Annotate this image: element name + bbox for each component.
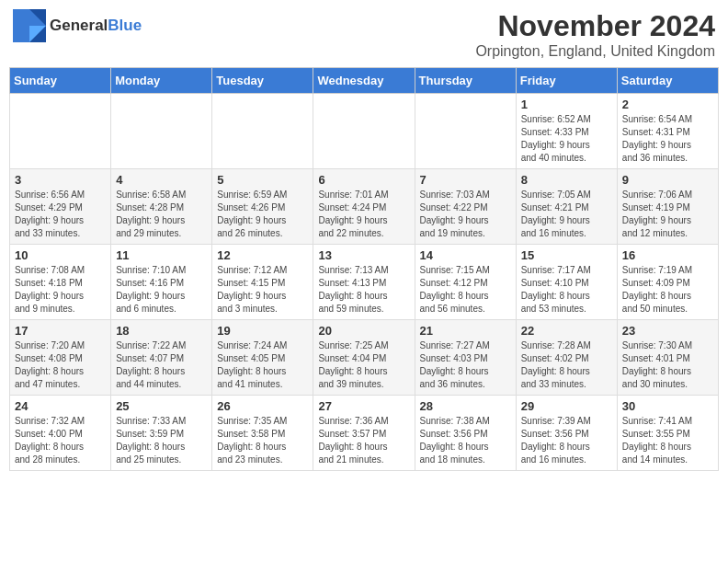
day-number: 3 (15, 173, 106, 187)
day-info: Sunrise: 7:41 AM Sunset: 3:55 PM Dayligh… (622, 415, 713, 466)
day-cell-29: 29Sunrise: 7:39 AM Sunset: 3:56 PM Dayli… (516, 396, 617, 471)
week-row-4: 17Sunrise: 7:20 AM Sunset: 4:08 PM Dayli… (10, 320, 719, 396)
day-number: 7 (420, 173, 511, 187)
day-number: 16 (622, 248, 713, 262)
day-cell-9: 9Sunrise: 7:06 AM Sunset: 4:19 PM Daylig… (617, 169, 718, 245)
day-cell-1: 1Sunrise: 6:52 AM Sunset: 4:33 PM Daylig… (516, 94, 617, 169)
day-info: Sunrise: 7:36 AM Sunset: 3:57 PM Dayligh… (318, 415, 409, 466)
day-cell-23: 23Sunrise: 7:30 AM Sunset: 4:01 PM Dayli… (617, 320, 718, 396)
day-info: Sunrise: 7:32 AM Sunset: 4:00 PM Dayligh… (15, 415, 106, 466)
day-info: Sunrise: 6:54 AM Sunset: 4:31 PM Dayligh… (622, 113, 713, 165)
day-info: Sunrise: 6:59 AM Sunset: 4:26 PM Dayligh… (217, 189, 308, 240)
day-cell-26: 26Sunrise: 7:35 AM Sunset: 3:58 PM Dayli… (212, 396, 313, 471)
day-cell-5: 5Sunrise: 6:59 AM Sunset: 4:26 PM Daylig… (212, 169, 313, 245)
day-cell-18: 18Sunrise: 7:22 AM Sunset: 4:07 PM Dayli… (111, 320, 212, 396)
day-info: Sunrise: 7:24 AM Sunset: 4:05 PM Dayligh… (217, 339, 308, 391)
weekday-header-sunday: Sunday (10, 68, 111, 94)
svg-rect-0 (13, 9, 29, 26)
weekday-header-monday: Monday (111, 68, 212, 94)
day-cell-25: 25Sunrise: 7:33 AM Sunset: 3:59 PM Dayli… (111, 396, 212, 471)
day-info: Sunrise: 6:52 AM Sunset: 4:33 PM Dayligh… (521, 113, 612, 165)
day-cell-6: 6Sunrise: 7:01 AM Sunset: 4:24 PM Daylig… (313, 169, 415, 245)
empty-cell (212, 94, 313, 169)
day-number: 4 (116, 173, 207, 187)
day-cell-4: 4Sunrise: 6:58 AM Sunset: 4:28 PM Daylig… (111, 169, 212, 245)
day-info: Sunrise: 7:05 AM Sunset: 4:21 PM Dayligh… (521, 189, 612, 240)
day-number: 25 (116, 399, 207, 413)
weekday-header-thursday: Thursday (415, 68, 516, 94)
weekday-header-wednesday: Wednesday (313, 68, 415, 94)
day-info: Sunrise: 7:39 AM Sunset: 3:56 PM Dayligh… (521, 415, 612, 466)
day-cell-11: 11Sunrise: 7:10 AM Sunset: 4:16 PM Dayli… (111, 245, 212, 320)
day-info: Sunrise: 7:22 AM Sunset: 4:07 PM Dayligh… (116, 339, 207, 391)
day-number: 11 (116, 248, 207, 262)
day-number: 2 (622, 98, 713, 111)
day-number: 19 (217, 324, 308, 338)
logo-general: General (50, 17, 108, 34)
calendar-table: SundayMondayTuesdayWednesdayThursdayFrid… (9, 67, 719, 471)
day-info: Sunrise: 7:35 AM Sunset: 3:58 PM Dayligh… (217, 415, 308, 466)
calendar-header: GeneralBlue November 2024 Orpington, Eng… (9, 9, 719, 60)
day-number: 30 (622, 399, 713, 413)
weekday-header-friday: Friday (516, 68, 617, 94)
day-cell-22: 22Sunrise: 7:28 AM Sunset: 4:02 PM Dayli… (516, 320, 617, 396)
day-info: Sunrise: 7:15 AM Sunset: 4:12 PM Dayligh… (420, 264, 511, 316)
weekday-header-saturday: Saturday (617, 68, 718, 94)
day-cell-12: 12Sunrise: 7:12 AM Sunset: 4:15 PM Dayli… (212, 245, 313, 320)
day-cell-10: 10Sunrise: 7:08 AM Sunset: 4:18 PM Dayli… (10, 245, 111, 320)
day-info: Sunrise: 6:56 AM Sunset: 4:29 PM Dayligh… (15, 189, 106, 240)
week-row-1: 1Sunrise: 6:52 AM Sunset: 4:33 PM Daylig… (10, 94, 719, 169)
day-number: 13 (318, 248, 409, 262)
title-area: November 2024 Orpington, England, United… (475, 9, 715, 60)
day-info: Sunrise: 7:25 AM Sunset: 4:04 PM Dayligh… (318, 339, 409, 391)
logo-blue: Blue (108, 17, 142, 34)
month-title: November 2024 (475, 9, 715, 43)
day-cell-2: 2Sunrise: 6:54 AM Sunset: 4:31 PM Daylig… (617, 94, 718, 169)
day-number: 14 (420, 248, 511, 262)
day-info: Sunrise: 7:08 AM Sunset: 4:18 PM Dayligh… (15, 264, 106, 316)
day-number: 29 (521, 399, 612, 413)
day-info: Sunrise: 7:30 AM Sunset: 4:01 PM Dayligh… (622, 339, 713, 391)
day-number: 15 (521, 248, 612, 262)
day-number: 26 (217, 399, 308, 413)
day-cell-14: 14Sunrise: 7:15 AM Sunset: 4:12 PM Dayli… (415, 245, 516, 320)
empty-cell (111, 94, 212, 169)
day-cell-19: 19Sunrise: 7:24 AM Sunset: 4:05 PM Dayli… (212, 320, 313, 396)
day-cell-24: 24Sunrise: 7:32 AM Sunset: 4:00 PM Dayli… (10, 396, 111, 471)
day-info: Sunrise: 7:12 AM Sunset: 4:15 PM Dayligh… (217, 264, 308, 316)
week-row-2: 3Sunrise: 6:56 AM Sunset: 4:29 PM Daylig… (10, 169, 719, 245)
day-number: 20 (318, 324, 409, 338)
day-number: 8 (521, 173, 612, 187)
day-info: Sunrise: 7:27 AM Sunset: 4:03 PM Dayligh… (420, 339, 511, 391)
day-number: 24 (15, 399, 106, 413)
day-info: Sunrise: 7:17 AM Sunset: 4:10 PM Dayligh… (521, 264, 612, 316)
day-info: Sunrise: 7:19 AM Sunset: 4:09 PM Dayligh… (622, 264, 713, 316)
week-row-5: 24Sunrise: 7:32 AM Sunset: 4:00 PM Dayli… (10, 396, 719, 471)
day-number: 22 (521, 324, 612, 338)
day-info: Sunrise: 7:38 AM Sunset: 3:56 PM Dayligh… (420, 415, 511, 466)
day-info: Sunrise: 7:06 AM Sunset: 4:19 PM Dayligh… (622, 189, 713, 240)
svg-rect-2 (13, 26, 29, 42)
day-info: Sunrise: 7:03 AM Sunset: 4:22 PM Dayligh… (420, 189, 511, 240)
day-cell-8: 8Sunrise: 7:05 AM Sunset: 4:21 PM Daylig… (516, 169, 617, 245)
day-info: Sunrise: 7:28 AM Sunset: 4:02 PM Dayligh… (521, 339, 612, 391)
day-info: Sunrise: 7:33 AM Sunset: 3:59 PM Dayligh… (116, 415, 207, 466)
day-number: 10 (15, 248, 106, 262)
day-info: Sunrise: 7:13 AM Sunset: 4:13 PM Dayligh… (318, 264, 409, 316)
day-cell-3: 3Sunrise: 6:56 AM Sunset: 4:29 PM Daylig… (10, 169, 111, 245)
day-info: Sunrise: 6:58 AM Sunset: 4:28 PM Dayligh… (116, 189, 207, 240)
location-title: Orpington, England, United Kingdom (475, 43, 715, 60)
day-info: Sunrise: 7:10 AM Sunset: 4:16 PM Dayligh… (116, 264, 207, 316)
day-cell-13: 13Sunrise: 7:13 AM Sunset: 4:13 PM Dayli… (313, 245, 415, 320)
empty-cell (313, 94, 415, 169)
day-cell-21: 21Sunrise: 7:27 AM Sunset: 4:03 PM Dayli… (415, 320, 516, 396)
day-info: Sunrise: 7:01 AM Sunset: 4:24 PM Dayligh… (318, 189, 409, 240)
weekday-header-row: SundayMondayTuesdayWednesdayThursdayFrid… (10, 68, 719, 94)
empty-cell (415, 94, 516, 169)
day-number: 12 (217, 248, 308, 262)
day-number: 27 (318, 399, 409, 413)
day-cell-7: 7Sunrise: 7:03 AM Sunset: 4:22 PM Daylig… (415, 169, 516, 245)
day-number: 5 (217, 173, 308, 187)
day-number: 23 (622, 324, 713, 338)
day-number: 21 (420, 324, 511, 338)
